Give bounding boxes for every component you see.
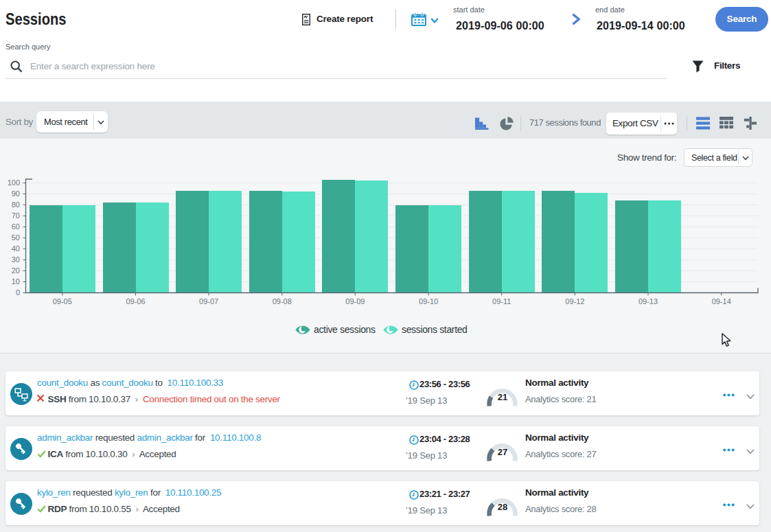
svg-text:09-10: 09-10 (419, 297, 438, 305)
svg-text:09-09: 09-09 (345, 297, 365, 305)
svg-text:40: 40 (12, 244, 20, 253)
svg-text:50: 50 (12, 233, 20, 242)
svg-text:0: 0 (16, 288, 20, 297)
svg-text:09-08: 09-08 (273, 297, 292, 305)
svg-text:09-11: 09-11 (492, 297, 511, 305)
svg-text:30: 30 (12, 255, 20, 264)
svg-text:20: 20 (12, 266, 20, 275)
svg-text:09-13: 09-13 (638, 297, 658, 305)
svg-text:09-06: 09-06 (126, 297, 145, 305)
svg-text:09-12: 09-12 (565, 297, 584, 305)
svg-text:90: 90 (12, 189, 20, 198)
svg-text:09-07: 09-07 (199, 297, 218, 305)
svg-text:80: 80 (12, 200, 20, 209)
svg-text:60: 60 (12, 222, 20, 231)
svg-text:10: 10 (12, 277, 20, 286)
svg-text:70: 70 (12, 211, 20, 220)
svg-text:09-14: 09-14 (712, 297, 731, 305)
svg-text:09-05: 09-05 (53, 297, 72, 305)
svg-text:100: 100 (8, 178, 20, 187)
